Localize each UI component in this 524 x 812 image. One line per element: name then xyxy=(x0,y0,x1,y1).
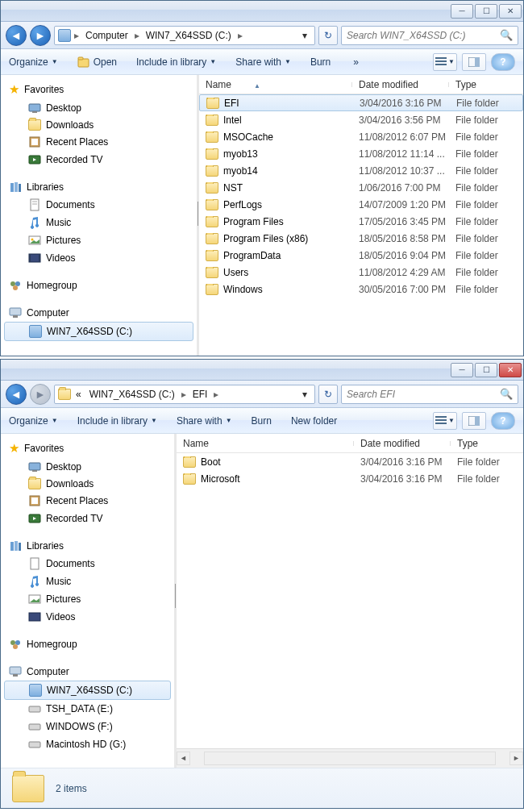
sidebar-item-drive-c[interactable]: WIN7_X64SSD (C:) xyxy=(4,681,171,700)
maximize-button[interactable]: ☐ xyxy=(475,4,497,19)
table-row[interactable]: EFI3/04/2016 3:16 PMFile folder xyxy=(199,94,523,111)
search-input[interactable] xyxy=(347,30,492,41)
chevron-right-icon[interactable]: ▸ xyxy=(73,30,81,41)
breadcrumb-ellipsis[interactable]: « xyxy=(73,389,85,400)
table-row[interactable]: Program Files17/05/2016 3:45 PMFile fold… xyxy=(199,213,523,230)
sidebar-item-recorded-tv[interactable]: Recorded TV xyxy=(1,151,197,169)
sidebar-item-drive-e[interactable]: TSH_DATA (E:) xyxy=(1,700,174,718)
sidebar-item-videos[interactable]: Videos xyxy=(1,608,174,626)
table-row[interactable]: Program Files (x86)18/05/2016 8:58 PMFil… xyxy=(199,230,523,247)
share-menu[interactable]: Share with ▼ xyxy=(177,415,232,427)
horizontal-scrollbar[interactable]: ◄ ► xyxy=(177,748,523,768)
column-date[interactable]: Date modified xyxy=(352,79,449,90)
refresh-button[interactable]: ↻ xyxy=(318,385,338,404)
help-button[interactable]: ? xyxy=(491,412,515,430)
search-icon[interactable]: 🔍 xyxy=(500,388,513,400)
sidebar-item-recorded-tv[interactable]: Recorded TV xyxy=(1,510,174,527)
forward-button[interactable]: ► xyxy=(30,384,51,405)
homegroup-group[interactable]: Homegroup xyxy=(1,277,197,294)
chevron-right-icon[interactable]: ▸ xyxy=(212,389,220,400)
table-row[interactable]: ProgramData18/05/2016 9:04 PMFile folder xyxy=(199,247,523,264)
scroll-left-icon[interactable]: ◄ xyxy=(177,752,190,765)
sidebar-item-recent[interactable]: Recent Places xyxy=(1,133,197,151)
libraries-group[interactable]: Libraries xyxy=(1,537,174,555)
column-date[interactable]: Date modified xyxy=(354,438,451,449)
close-button[interactable]: ✕ xyxy=(499,363,522,377)
back-button[interactable]: ◄ xyxy=(6,25,27,46)
table-row[interactable]: Microsoft3/04/2016 3:16 PMFile folder xyxy=(177,470,523,487)
back-button[interactable]: ◄ xyxy=(6,384,27,405)
refresh-button[interactable]: ↻ xyxy=(318,26,338,45)
sidebar-item-documents[interactable]: Documents xyxy=(1,196,197,214)
burn-button[interactable]: Burn xyxy=(252,415,272,427)
address-dropdown-icon[interactable]: ▾ xyxy=(298,30,311,41)
share-menu[interactable]: Share with ▼ xyxy=(235,56,291,68)
search-input[interactable] xyxy=(347,389,492,400)
libraries-group[interactable]: Libraries xyxy=(1,178,197,196)
organize-menu[interactable]: Organize ▼ xyxy=(9,56,58,68)
sidebar-item-music[interactable]: Music xyxy=(1,573,174,590)
chevron-right-icon[interactable]: ▸ xyxy=(236,30,244,41)
sidebar-item-drive-c[interactable]: WIN7_X64SSD (C:) xyxy=(4,322,193,341)
close-button[interactable]: ✕ xyxy=(499,4,522,19)
sidebar-item-desktop[interactable]: Desktop xyxy=(1,99,197,117)
sidebar-item-desktop[interactable]: Desktop xyxy=(1,458,174,476)
sidebar-item-music[interactable]: Music xyxy=(1,214,197,231)
help-button[interactable]: ? xyxy=(491,53,515,71)
titlebar[interactable]: ─ ☐ ✕ xyxy=(1,360,523,381)
minimize-button[interactable]: ─ xyxy=(451,363,473,377)
address-bar[interactable]: ▸ Computer ▸ WIN7_X64SSD (C:) ▸ ▾ xyxy=(54,26,315,45)
scroll-track[interactable] xyxy=(204,752,496,765)
table-row[interactable]: Intel3/04/2016 3:56 PMFile folder xyxy=(199,111,523,128)
search-box[interactable]: 🔍 xyxy=(341,385,518,404)
search-box[interactable]: 🔍 xyxy=(341,26,518,45)
toolbar-overflow[interactable]: » xyxy=(350,56,362,68)
view-options-button[interactable]: ▼ xyxy=(433,53,457,71)
chevron-right-icon[interactable]: ▸ xyxy=(180,389,188,400)
homegroup-group[interactable]: Homegroup xyxy=(1,635,174,653)
sidebar-item-pictures[interactable]: Pictures xyxy=(1,231,197,249)
breadcrumb-drive[interactable]: WIN7_X64SSD (C:) xyxy=(143,30,235,41)
table-row[interactable]: myob1411/08/2012 10:37 ...File folder xyxy=(199,162,523,179)
table-row[interactable]: MSOCache11/08/2012 6:07 PMFile folder xyxy=(199,128,523,145)
address-dropdown-icon[interactable]: ▾ xyxy=(298,389,311,400)
table-row[interactable]: PerfLogs14/07/2009 1:20 PMFile folder xyxy=(199,196,523,213)
sidebar-item-recent[interactable]: Recent Places xyxy=(1,492,174,510)
column-type[interactable]: Type xyxy=(449,79,522,90)
column-name[interactable]: Name▲ xyxy=(199,79,352,90)
titlebar[interactable]: ─ ☐ ✕ xyxy=(1,1,523,22)
computer-group[interactable]: Computer xyxy=(1,663,174,681)
include-menu[interactable]: Include in library ▼ xyxy=(77,415,157,427)
table-row[interactable]: myob1311/08/2012 11:14 ...File folder xyxy=(199,145,523,162)
open-button[interactable]: Open xyxy=(77,56,117,69)
table-row[interactable]: NST1/06/2016 7:00 PMFile folder xyxy=(199,179,523,196)
maximize-button[interactable]: ☐ xyxy=(475,363,497,377)
scroll-right-icon[interactable]: ► xyxy=(509,752,523,765)
burn-button[interactable]: Burn xyxy=(310,56,331,68)
chevron-right-icon[interactable]: ▸ xyxy=(133,30,141,41)
sidebar-item-drive-f[interactable]: WINDOWS (F:) xyxy=(1,718,174,735)
sidebar-item-videos[interactable]: Videos xyxy=(1,249,197,267)
breadcrumb-computer[interactable]: Computer xyxy=(82,30,131,41)
table-row[interactable]: Windows30/05/2016 7:00 PMFile folder xyxy=(199,281,523,298)
include-menu[interactable]: Include in library ▼ xyxy=(136,56,216,68)
column-name[interactable]: Name xyxy=(177,438,354,449)
view-options-button[interactable]: ▼ xyxy=(433,412,457,430)
organize-menu[interactable]: Organize ▼ xyxy=(9,415,58,427)
table-row[interactable]: Boot3/04/2016 3:16 PMFile folder xyxy=(177,453,523,470)
table-row[interactable]: Users11/08/2012 4:29 AMFile folder xyxy=(199,264,523,281)
minimize-button[interactable]: ─ xyxy=(451,4,473,19)
favorites-group[interactable]: ★Favorites xyxy=(1,439,174,458)
preview-pane-button[interactable] xyxy=(462,412,486,430)
preview-pane-button[interactable] xyxy=(462,53,486,71)
sidebar-item-documents[interactable]: Documents xyxy=(1,555,174,573)
sidebar-item-downloads[interactable]: Downloads xyxy=(1,476,174,492)
breadcrumb-efi[interactable]: EFI xyxy=(189,389,211,400)
sidebar-item-drive-g[interactable]: Macintosh HD (G:) xyxy=(1,735,174,753)
favorites-group[interactable]: ★Favorites xyxy=(1,80,197,99)
new-folder-button[interactable]: New folder xyxy=(291,415,337,427)
splitter[interactable] xyxy=(197,75,199,356)
breadcrumb-drive[interactable]: WIN7_X64SSD (C:) xyxy=(86,389,178,400)
column-type[interactable]: Type xyxy=(451,438,523,449)
search-icon[interactable]: 🔍 xyxy=(500,29,513,41)
